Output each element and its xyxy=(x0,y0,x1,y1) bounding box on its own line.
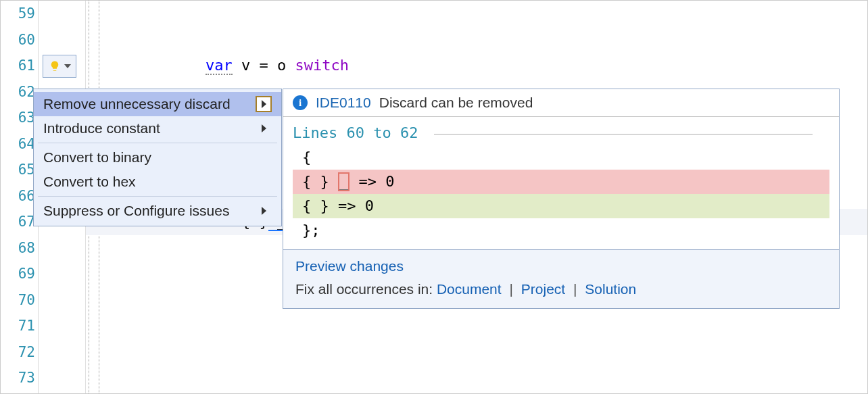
diagnostic-message: Discard can be removed xyxy=(379,95,533,111)
horizontal-rule xyxy=(434,134,813,134)
menu-item-remove-discard[interactable]: Remove unnecessary discard xyxy=(34,92,281,116)
keyword-switch: switch xyxy=(295,57,348,74)
fix-document-link[interactable]: Document xyxy=(437,281,502,297)
separator: | xyxy=(573,281,577,297)
line-number: 63 xyxy=(1,105,35,131)
line-number: 64 xyxy=(1,131,35,157)
fix-solution-link[interactable]: Solution xyxy=(585,281,636,297)
line-number: 65 xyxy=(1,157,35,183)
line-number: 66 xyxy=(1,183,35,210)
fix-project-link[interactable]: Project xyxy=(521,281,565,297)
submenu-arrow-icon xyxy=(256,203,272,219)
line-number: 60 xyxy=(1,27,35,53)
code-line[interactable]: var v = o switch xyxy=(86,53,867,79)
fix-all-label: Fix all occurrences in: xyxy=(295,281,433,297)
preview-diff: Lines 60 to 62 { { } _ => 0 { } => 0 }; xyxy=(283,117,839,249)
info-icon: i xyxy=(293,95,308,110)
line-number: 70 xyxy=(1,287,35,314)
separator: | xyxy=(509,281,512,297)
menu-item-label: Remove unnecessary discard xyxy=(43,96,231,112)
keyword-var: var xyxy=(206,57,233,75)
line-number: 59 xyxy=(1,1,35,27)
submenu-arrow-icon xyxy=(256,96,272,112)
preview-header: i IDE0110 Discard can be removed xyxy=(283,89,839,117)
quick-actions-menu: Remove unnecessary discard Introduce con… xyxy=(33,89,282,226)
diagnostic-code[interactable]: IDE0110 xyxy=(316,95,371,111)
menu-separator xyxy=(38,143,277,143)
diff-added-line: { } => 0 xyxy=(293,194,829,218)
menu-item-introduce-constant[interactable]: Introduce constant xyxy=(34,116,281,141)
code-editor: 59 60 61 62 63 64 65 66 67 68 69 70 71 7… xyxy=(0,0,868,394)
line-number: 61 xyxy=(1,53,35,79)
menu-item-suppress-configure[interactable]: Suppress or Configure issues xyxy=(34,199,281,223)
line-number: 71 xyxy=(1,313,35,339)
fix-preview-panel: i IDE0110 Discard can be removed Lines 6… xyxy=(283,89,840,309)
diff-context-line: { xyxy=(293,145,839,170)
line-number: 73 xyxy=(1,365,35,391)
menu-item-label: Convert to binary xyxy=(43,149,151,166)
code-line[interactable] xyxy=(86,365,867,391)
preview-changes-link[interactable]: Preview changes xyxy=(295,258,404,274)
menu-item-label: Convert to hex xyxy=(43,174,136,190)
line-number: 72 xyxy=(1,339,35,366)
menu-separator xyxy=(38,196,277,197)
line-number: 62 xyxy=(1,79,35,105)
submenu-arrow-icon xyxy=(256,120,272,137)
removed-token-highlight: _ xyxy=(338,172,349,191)
diff-range-title: Lines 60 to 62 xyxy=(293,121,418,145)
line-number: 67 xyxy=(1,209,35,235)
line-number: 68 xyxy=(1,235,35,262)
lightbulb-quick-actions-button[interactable] xyxy=(43,55,76,78)
menu-item-label: Suppress or Configure issues xyxy=(43,203,229,219)
preview-footer: Preview changes Fix all occurrences in: … xyxy=(283,249,839,308)
diff-context-line: }; xyxy=(293,218,839,243)
lightbulb-icon xyxy=(49,60,61,72)
diff-removed-line: { } _ => 0 xyxy=(293,170,829,194)
line-number: 69 xyxy=(1,261,35,287)
menu-item-label: Introduce constant xyxy=(43,120,160,137)
chevron-down-icon xyxy=(64,64,71,68)
menu-item-convert-binary[interactable]: Convert to binary xyxy=(34,145,281,170)
menu-item-convert-hex[interactable]: Convert to hex xyxy=(34,170,281,194)
